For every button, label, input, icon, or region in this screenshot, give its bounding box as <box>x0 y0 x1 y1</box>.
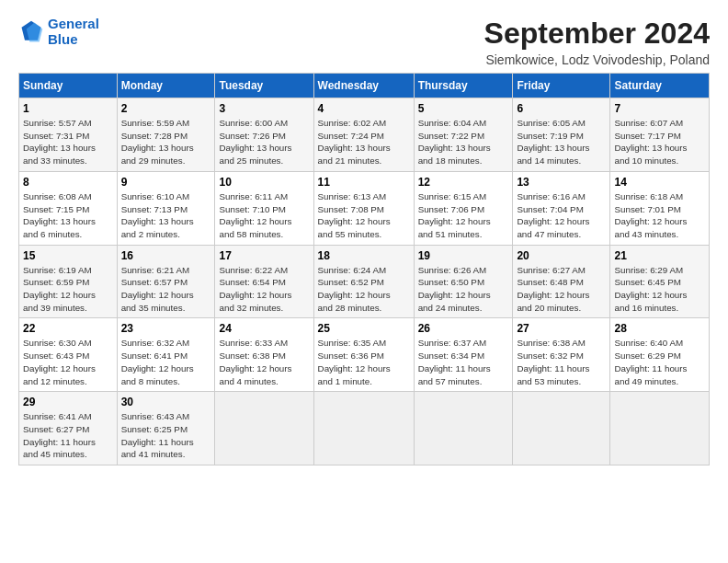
logo-icon <box>18 19 44 45</box>
cell-2-5: 12Sunrise: 6:15 AM Sunset: 7:06 PM Dayli… <box>414 171 513 245</box>
day-info: Sunrise: 6:00 AM Sunset: 7:26 PM Dayligh… <box>219 117 309 167</box>
cell-4-7: 28Sunrise: 6:40 AM Sunset: 6:29 PM Dayli… <box>610 318 710 392</box>
day-info: Sunrise: 6:26 AM Sunset: 6:50 PM Dayligh… <box>418 264 509 315</box>
logo-line2: Blue <box>48 31 78 47</box>
week-row-2: 8Sunrise: 6:08 AM Sunset: 7:15 PM Daylig… <box>19 171 710 245</box>
cell-5-5 <box>414 392 513 465</box>
day-info: Sunrise: 5:59 AM Sunset: 7:28 PM Dayligh… <box>121 117 211 167</box>
day-number: 18 <box>318 249 410 262</box>
cell-1-6: 6Sunrise: 6:05 AM Sunset: 7:19 PM Daylig… <box>513 98 610 172</box>
header-row: Sunday Monday Tuesday Wednesday Thursday… <box>19 74 710 98</box>
day-number: 30 <box>121 396 211 408</box>
day-number: 22 <box>23 322 113 335</box>
day-number: 13 <box>517 176 606 189</box>
day-info: Sunrise: 6:24 AM Sunset: 6:52 PM Dayligh… <box>318 264 410 315</box>
cell-1-5: 5Sunrise: 6:04 AM Sunset: 7:22 PM Daylig… <box>414 98 513 172</box>
day-info: Sunrise: 6:43 AM Sunset: 6:25 PM Dayligh… <box>121 410 211 461</box>
cell-2-4: 11Sunrise: 6:13 AM Sunset: 7:08 PM Dayli… <box>313 171 414 245</box>
cell-3-6: 20Sunrise: 6:27 AM Sunset: 6:48 PM Dayli… <box>513 245 610 318</box>
day-info: Sunrise: 6:41 AM Sunset: 6:27 PM Dayligh… <box>23 410 113 461</box>
day-number: 8 <box>23 176 113 189</box>
cell-5-1: 29Sunrise: 6:41 AM Sunset: 6:27 PM Dayli… <box>19 392 118 465</box>
cell-3-4: 18Sunrise: 6:24 AM Sunset: 6:52 PM Dayli… <box>313 245 414 318</box>
cell-5-3 <box>215 392 313 465</box>
col-monday: Monday <box>117 74 215 98</box>
day-number: 15 <box>23 249 113 262</box>
cell-3-2: 16Sunrise: 6:21 AM Sunset: 6:57 PM Dayli… <box>117 245 215 318</box>
cell-4-4: 25Sunrise: 6:35 AM Sunset: 6:36 PM Dayli… <box>313 318 414 392</box>
cell-4-6: 27Sunrise: 6:38 AM Sunset: 6:32 PM Dayli… <box>513 318 610 392</box>
cell-3-1: 15Sunrise: 6:19 AM Sunset: 6:59 PM Dayli… <box>19 245 118 318</box>
calendar-table: Sunday Monday Tuesday Wednesday Thursday… <box>18 73 710 465</box>
col-sunday: Sunday <box>19 74 118 98</box>
day-info: Sunrise: 5:57 AM Sunset: 7:31 PM Dayligh… <box>23 117 113 167</box>
day-info: Sunrise: 6:19 AM Sunset: 6:59 PM Dayligh… <box>23 264 113 315</box>
day-number: 25 <box>318 322 410 335</box>
day-info: Sunrise: 6:27 AM Sunset: 6:48 PM Dayligh… <box>517 264 606 315</box>
col-friday: Friday <box>513 74 610 98</box>
cell-2-7: 14Sunrise: 6:18 AM Sunset: 7:01 PM Dayli… <box>610 171 710 245</box>
day-number: 6 <box>517 102 606 115</box>
col-wednesday: Wednesday <box>313 74 414 98</box>
logo-line1: General <box>48 16 99 31</box>
day-number: 28 <box>614 322 705 335</box>
day-number: 12 <box>418 176 509 189</box>
day-info: Sunrise: 6:38 AM Sunset: 6:32 PM Dayligh… <box>517 337 606 387</box>
cell-1-3: 3Sunrise: 6:00 AM Sunset: 7:26 PM Daylig… <box>215 98 313 172</box>
day-number: 17 <box>219 249 309 262</box>
cell-5-7 <box>610 392 710 465</box>
day-number: 4 <box>318 102 410 115</box>
cell-2-2: 9Sunrise: 6:10 AM Sunset: 7:13 PM Daylig… <box>117 171 215 245</box>
cell-5-4 <box>313 392 414 465</box>
day-number: 10 <box>219 176 309 189</box>
day-info: Sunrise: 6:05 AM Sunset: 7:19 PM Dayligh… <box>517 117 606 167</box>
cell-4-2: 23Sunrise: 6:32 AM Sunset: 6:41 PM Dayli… <box>117 318 215 392</box>
day-info: Sunrise: 6:11 AM Sunset: 7:10 PM Dayligh… <box>219 190 309 241</box>
day-info: Sunrise: 6:15 AM Sunset: 7:06 PM Dayligh… <box>418 190 509 241</box>
day-info: Sunrise: 6:29 AM Sunset: 6:45 PM Dayligh… <box>614 264 705 315</box>
day-info: Sunrise: 6:16 AM Sunset: 7:04 PM Dayligh… <box>517 190 606 241</box>
cell-4-3: 24Sunrise: 6:33 AM Sunset: 6:38 PM Dayli… <box>215 318 313 392</box>
day-number: 29 <box>23 396 113 408</box>
week-row-3: 15Sunrise: 6:19 AM Sunset: 6:59 PM Dayli… <box>19 245 710 318</box>
cell-3-3: 17Sunrise: 6:22 AM Sunset: 6:54 PM Dayli… <box>215 245 313 318</box>
day-info: Sunrise: 6:40 AM Sunset: 6:29 PM Dayligh… <box>614 337 705 387</box>
day-number: 20 <box>517 249 606 262</box>
day-number: 24 <box>219 322 309 335</box>
cell-5-6 <box>513 392 610 465</box>
header: General Blue September 2024 Siemkowice, … <box>18 17 710 67</box>
day-number: 1 <box>23 102 113 115</box>
subtitle: Siemkowice, Lodz Voivodeship, Poland <box>484 52 710 67</box>
day-info: Sunrise: 6:02 AM Sunset: 7:24 PM Dayligh… <box>318 117 410 167</box>
page: General Blue September 2024 Siemkowice, … <box>0 0 728 563</box>
cell-1-2: 2Sunrise: 5:59 AM Sunset: 7:28 PM Daylig… <box>117 98 215 172</box>
cell-3-7: 21Sunrise: 6:29 AM Sunset: 6:45 PM Dayli… <box>610 245 710 318</box>
day-info: Sunrise: 6:32 AM Sunset: 6:41 PM Dayligh… <box>121 337 211 387</box>
day-number: 23 <box>121 322 211 335</box>
day-number: 16 <box>121 249 211 262</box>
week-row-5: 29Sunrise: 6:41 AM Sunset: 6:27 PM Dayli… <box>19 392 710 465</box>
main-title: September 2024 <box>484 17 710 51</box>
day-info: Sunrise: 6:22 AM Sunset: 6:54 PM Dayligh… <box>219 264 309 315</box>
cell-4-5: 26Sunrise: 6:37 AM Sunset: 6:34 PM Dayli… <box>414 318 513 392</box>
day-number: 27 <box>517 322 606 335</box>
day-info: Sunrise: 6:13 AM Sunset: 7:08 PM Dayligh… <box>318 190 410 241</box>
day-number: 5 <box>418 102 509 115</box>
day-number: 14 <box>614 176 705 189</box>
cell-4-1: 22Sunrise: 6:30 AM Sunset: 6:43 PM Dayli… <box>19 318 118 392</box>
day-info: Sunrise: 6:07 AM Sunset: 7:17 PM Dayligh… <box>614 117 705 167</box>
day-number: 2 <box>121 102 211 115</box>
day-number: 7 <box>614 102 705 115</box>
day-number: 19 <box>418 249 509 262</box>
day-info: Sunrise: 6:10 AM Sunset: 7:13 PM Dayligh… <box>121 190 211 241</box>
day-info: Sunrise: 6:04 AM Sunset: 7:22 PM Dayligh… <box>418 117 509 167</box>
cell-1-4: 4Sunrise: 6:02 AM Sunset: 7:24 PM Daylig… <box>313 98 414 172</box>
col-thursday: Thursday <box>414 74 513 98</box>
day-number: 26 <box>418 322 509 335</box>
cell-3-5: 19Sunrise: 6:26 AM Sunset: 6:50 PM Dayli… <box>414 245 513 318</box>
day-info: Sunrise: 6:33 AM Sunset: 6:38 PM Dayligh… <box>219 337 309 387</box>
day-info: Sunrise: 6:18 AM Sunset: 7:01 PM Dayligh… <box>614 190 705 241</box>
col-tuesday: Tuesday <box>215 74 313 98</box>
day-number: 11 <box>318 176 410 189</box>
cell-2-1: 8Sunrise: 6:08 AM Sunset: 7:15 PM Daylig… <box>19 171 118 245</box>
